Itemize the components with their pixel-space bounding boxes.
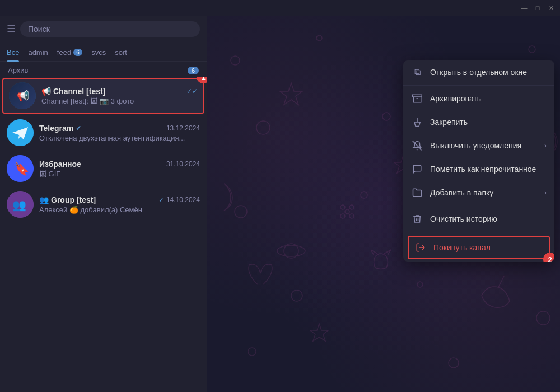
svg-text:👥: 👥 bbox=[12, 198, 26, 212]
chat-preview-channel-test: Channel [test]: 🖼 📷 3 фото bbox=[41, 97, 198, 105]
search-bar: ☰ bbox=[0, 16, 207, 43]
mark-unread-icon bbox=[411, 163, 423, 175]
chat-content-channel-test: 📢 Channel [test] ✓✓ Channel [test]: 🖼 📷 … bbox=[41, 87, 198, 105]
svg-rect-31 bbox=[413, 95, 422, 97]
chat-list: 📢 📢 Channel [test] ✓✓ Channel [test]: 🖼 … bbox=[0, 77, 207, 392]
chat-content-bookmarks: Избранное 31.10.2024 🖼 GIF bbox=[39, 160, 200, 178]
chat-content-telegram: Telegram ✓ 13.12.2024 Отключена двухэтап… bbox=[39, 124, 200, 142]
context-menu: ⧉ Открыть в отдельном окне Архивировать bbox=[403, 60, 554, 262]
svg-point-12 bbox=[382, 113, 390, 120]
archive-icon bbox=[411, 92, 423, 105]
menu-item-archive[interactable]: Архивировать bbox=[403, 87, 554, 110]
annotation-badge-2: 2 bbox=[543, 253, 554, 262]
double-check-channel: ✓✓ bbox=[186, 87, 198, 95]
svg-point-24 bbox=[277, 245, 305, 256]
tab-sort[interactable]: sort bbox=[115, 45, 127, 61]
svg-point-10 bbox=[529, 46, 535, 53]
add-folder-icon bbox=[411, 186, 423, 199]
title-bar: — □ ✕ bbox=[0, 0, 560, 16]
verified-icon: ✓ bbox=[76, 124, 81, 132]
archive-badge: 6 bbox=[188, 67, 199, 74]
tab-feed[interactable]: feed 6 bbox=[57, 45, 82, 61]
chat-content-group-test: 👥 Group [test] ✓ 14.10.2024 Алексей 🍊 до… bbox=[39, 195, 200, 214]
sidebar: ☰ Все admin feed 6 svcs sort bbox=[0, 16, 207, 392]
svg-line-33 bbox=[413, 141, 422, 151]
chat-name-telegram: Telegram ✓ bbox=[39, 124, 81, 133]
close-button[interactable]: ✕ bbox=[547, 3, 556, 12]
menu-item-add-folder[interactable]: Добавить в папку › bbox=[403, 181, 554, 204]
svg-point-7 bbox=[231, 56, 240, 65]
chat-item-telegram[interactable]: Telegram ✓ 13.12.2024 Отключена двухэтап… bbox=[0, 115, 207, 151]
archive-label: Архив bbox=[8, 66, 28, 74]
svg-point-18 bbox=[417, 282, 423, 287]
add-folder-arrow: › bbox=[544, 189, 547, 197]
chat-time-bookmarks: 31.10.2024 bbox=[166, 160, 200, 168]
avatar-group-test: 👥 bbox=[7, 191, 34, 218]
chat-preview-telegram: Отключена двухэтапная аутентификация... bbox=[39, 134, 200, 142]
svg-point-8 bbox=[316, 35, 322, 41]
svg-point-28 bbox=[349, 214, 354, 218]
tab-svcs[interactable]: svcs bbox=[91, 45, 106, 61]
app-body: ☰ Все admin feed 6 svcs sort bbox=[0, 16, 560, 392]
svg-point-15 bbox=[361, 192, 367, 198]
tab-feed-badge: 6 bbox=[73, 49, 82, 56]
menu-separator-3 bbox=[403, 232, 554, 232]
search-input[interactable] bbox=[28, 25, 192, 34]
svg-point-17 bbox=[291, 290, 302, 301]
tab-admin[interactable]: admin bbox=[28, 45, 48, 61]
chat-name-group-test: 👥 Group [test] bbox=[39, 195, 96, 204]
chat-preview-group-test: Алексей 🍊 добавил(а) Семён bbox=[39, 206, 200, 214]
tabs-bar: Все admin feed 6 svcs sort bbox=[0, 43, 207, 62]
avatar-telegram bbox=[7, 119, 34, 146]
open-window-icon: ⧉ bbox=[411, 66, 423, 78]
main-area: ⧉ Открыть в отдельном окне Архивировать bbox=[207, 16, 560, 392]
avatar-channel-test: 📢 bbox=[9, 82, 36, 109]
menu-item-pin[interactable]: Закрепить bbox=[403, 110, 554, 134]
single-check-group: ✓ bbox=[158, 196, 164, 204]
menu-item-leave-channel[interactable]: Покинуть канал bbox=[408, 236, 550, 259]
svg-point-11 bbox=[256, 121, 270, 134]
svg-point-19 bbox=[536, 311, 550, 325]
svg-point-14 bbox=[235, 206, 247, 218]
svg-text:🔖: 🔖 bbox=[14, 161, 30, 176]
svg-point-26 bbox=[345, 209, 349, 214]
tab-all[interactable]: Все bbox=[7, 45, 19, 61]
menu-separator-2 bbox=[403, 206, 554, 206]
mute-icon bbox=[411, 139, 423, 152]
leave-channel-icon bbox=[414, 241, 427, 254]
mute-arrow: › bbox=[544, 142, 547, 150]
avatar-bookmarks: 🔖 bbox=[7, 155, 34, 182]
menu-item-mute[interactable]: Выключить уведомления › bbox=[403, 134, 554, 157]
svg-point-20 bbox=[248, 348, 256, 356]
search-input-wrap[interactable] bbox=[20, 21, 200, 37]
svg-text:📢: 📢 bbox=[17, 90, 30, 102]
menu-item-clear-history[interactable]: Очистить историю bbox=[403, 207, 554, 231]
pin-icon bbox=[411, 116, 423, 128]
hamburger-icon[interactable]: ☰ bbox=[7, 23, 16, 35]
menu-separator-1 bbox=[403, 85, 554, 86]
archive-header: Архив 6 bbox=[0, 62, 207, 77]
clear-history-icon bbox=[411, 213, 423, 225]
chat-item-group-test[interactable]: 👥 👥 Group [test] ✓ 14.10.2024 bbox=[0, 186, 207, 222]
svg-point-21 bbox=[449, 358, 459, 368]
chat-item-channel-test[interactable]: 📢 📢 Channel [test] ✓✓ Channel [test]: 🖼 … bbox=[2, 78, 204, 114]
chat-name-bookmarks: Избранное bbox=[39, 160, 81, 169]
menu-item-mark-unread[interactable]: Пометить как непрочитанное bbox=[403, 157, 554, 181]
minimize-button[interactable]: — bbox=[520, 3, 529, 12]
maximize-button[interactable]: □ bbox=[533, 3, 542, 12]
svg-point-25 bbox=[284, 244, 298, 258]
svg-point-29 bbox=[340, 205, 345, 209]
svg-point-27 bbox=[349, 205, 354, 209]
chat-time-group: 14.10.2024 bbox=[166, 196, 200, 204]
chat-name-channel-test: 📢 Channel [test] bbox=[41, 87, 105, 96]
chat-time-telegram: 13.12.2024 bbox=[166, 124, 200, 132]
menu-item-open-window[interactable]: ⧉ Открыть в отдельном окне bbox=[403, 60, 554, 84]
chat-preview-bookmarks: 🖼 GIF bbox=[39, 170, 200, 178]
chat-item-bookmarks[interactable]: 🔖 Избранное 31.10.2024 🖼 GIF bbox=[0, 151, 207, 186]
svg-point-30 bbox=[340, 214, 345, 218]
